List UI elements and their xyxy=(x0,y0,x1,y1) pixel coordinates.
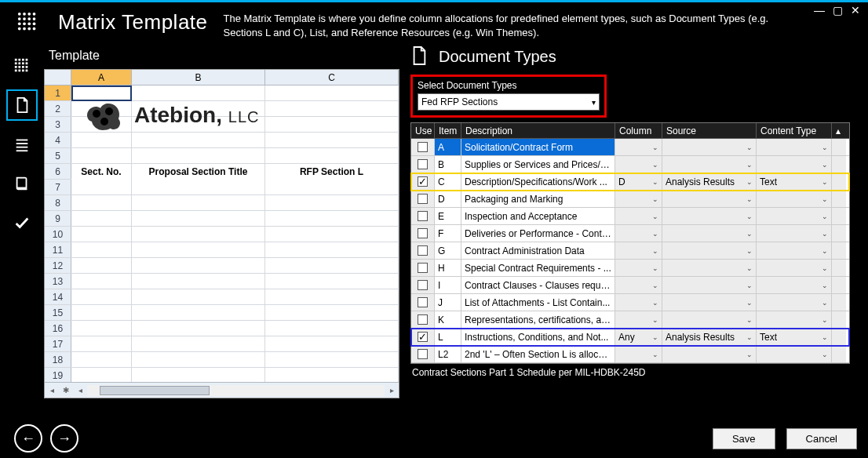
col-dropdown[interactable]: ⌄ xyxy=(615,346,662,362)
grid-scroll-cell[interactable] xyxy=(832,173,846,190)
sidebar-item-list[interactable] xyxy=(6,129,38,160)
cell[interactable] xyxy=(265,85,399,101)
spreadsheet-corner[interactable] xyxy=(45,70,71,85)
cell[interactable] xyxy=(132,133,265,148)
use-checkbox-cell[interactable] xyxy=(411,329,435,345)
src-dropdown[interactable]: ⌄ xyxy=(662,191,757,207)
spreadsheet-row[interactable]: 6Sect. No.Proposal Section TitleRFP Sect… xyxy=(45,164,399,180)
cell[interactable] xyxy=(265,352,399,368)
cell[interactable] xyxy=(132,85,265,101)
checkbox[interactable] xyxy=(418,263,428,273)
ct-dropdown[interactable]: ⌄ xyxy=(757,277,832,293)
grid-row[interactable]: IContract Clauses - Clauses requir...⌄⌄⌄ xyxy=(411,277,849,294)
grid-scroll-cell[interactable] xyxy=(832,329,846,345)
cell[interactable] xyxy=(71,305,132,321)
spreadsheet-row[interactable]: 11 xyxy=(45,242,399,258)
row-header[interactable]: 15 xyxy=(45,305,71,320)
spreadsheet-row[interactable]: 3 xyxy=(45,117,399,133)
cell[interactable] xyxy=(71,321,132,336)
row-header[interactable]: 11 xyxy=(45,242,71,257)
checkbox[interactable] xyxy=(418,194,428,204)
src-dropdown[interactable]: Analysis Results⌄ xyxy=(662,329,757,345)
col-dropdown[interactable]: ⌄ xyxy=(615,139,662,155)
cell[interactable] xyxy=(265,336,399,352)
grid-row[interactable]: KRepresentations, certifications, an...⌄… xyxy=(411,311,849,329)
cell[interactable] xyxy=(71,133,132,148)
grid-header-desc[interactable]: Description xyxy=(461,123,615,138)
row-header[interactable]: 17 xyxy=(45,336,71,351)
grid-scroll-cell[interactable] xyxy=(832,277,846,293)
maximize-icon[interactable]: ▢ xyxy=(833,5,843,16)
checkbox[interactable] xyxy=(418,142,428,152)
forward-button[interactable]: → xyxy=(50,424,78,453)
row-header[interactable]: 9 xyxy=(45,211,71,226)
cell[interactable] xyxy=(132,305,265,321)
checkbox[interactable] xyxy=(418,159,428,169)
spreadsheet-row[interactable]: 16 xyxy=(45,321,399,336)
use-checkbox-cell[interactable] xyxy=(411,346,435,362)
cell[interactable] xyxy=(132,148,265,164)
cell[interactable] xyxy=(71,227,132,242)
ct-dropdown[interactable]: ⌄ xyxy=(757,260,832,276)
grid-header-content-type[interactable]: Content Type xyxy=(757,123,832,138)
use-checkbox-cell[interactable] xyxy=(411,242,435,259)
checkbox[interactable] xyxy=(418,280,428,290)
cell[interactable] xyxy=(71,242,132,258)
ct-dropdown[interactable]: ⌄ xyxy=(757,225,832,242)
checkbox[interactable] xyxy=(418,176,428,187)
grid-scroll-cell[interactable] xyxy=(832,294,846,311)
row-header[interactable]: 14 xyxy=(45,289,71,304)
checkbox[interactable] xyxy=(418,314,428,325)
grid-row[interactable]: L22nd 'L' – Often Section L is allocat..… xyxy=(411,346,849,363)
spreadsheet-row[interactable]: 5 xyxy=(45,148,399,164)
cell[interactable] xyxy=(132,211,265,227)
use-checkbox-cell[interactable] xyxy=(411,208,435,224)
row-header[interactable]: 16 xyxy=(45,321,71,336)
row-header[interactable]: 1 xyxy=(45,85,71,100)
cell[interactable] xyxy=(265,242,399,258)
col-dropdown[interactable]: ⌄ xyxy=(615,191,662,207)
cell[interactable] xyxy=(132,368,265,382)
grid-header-item[interactable]: Item xyxy=(435,123,461,138)
cell[interactable] xyxy=(265,195,399,211)
cancel-button[interactable]: Cancel xyxy=(786,428,857,449)
use-checkbox-cell[interactable] xyxy=(411,139,435,155)
cell[interactable] xyxy=(132,242,265,258)
col-dropdown[interactable]: ⌄ xyxy=(615,277,662,293)
scroll-thumb[interactable] xyxy=(100,386,210,395)
grid-scroll-cell[interactable] xyxy=(832,260,846,276)
use-checkbox-cell[interactable] xyxy=(411,173,435,190)
sidebar-item-matrix[interactable] xyxy=(6,50,38,82)
sidebar-item-check[interactable] xyxy=(6,207,38,238)
spreadsheet-row[interactable]: 8 xyxy=(45,195,399,211)
spreadsheet-row[interactable]: 18 xyxy=(45,352,399,368)
src-dropdown[interactable]: ⌄ xyxy=(662,242,757,259)
use-checkbox-cell[interactable] xyxy=(411,156,435,173)
spreadsheet-row[interactable]: 4 xyxy=(45,133,399,148)
row-header[interactable]: 5 xyxy=(45,148,71,163)
row-header[interactable]: 18 xyxy=(45,352,71,367)
col-dropdown[interactable]: Any⌄ xyxy=(615,329,662,345)
src-dropdown[interactable]: ⌄ xyxy=(662,156,757,173)
col-dropdown[interactable]: ⌄ xyxy=(615,208,662,224)
grid-header-use[interactable]: Use xyxy=(411,123,435,138)
use-checkbox-cell[interactable] xyxy=(411,311,435,328)
cell[interactable] xyxy=(71,336,132,352)
ct-dropdown[interactable]: ⌄ xyxy=(757,208,832,224)
sidebar-item-document[interactable] xyxy=(6,89,38,121)
row-header[interactable]: 2 xyxy=(45,101,71,116)
cell[interactable] xyxy=(265,117,399,133)
cell[interactable] xyxy=(71,180,132,195)
cell[interactable] xyxy=(71,211,132,227)
cell[interactable] xyxy=(265,180,399,195)
cell[interactable] xyxy=(71,117,132,133)
close-icon[interactable]: ✕ xyxy=(851,5,860,16)
spreadsheet-row[interactable]: 7 xyxy=(45,180,399,195)
ct-dropdown[interactable]: Text⌄ xyxy=(757,173,832,190)
spreadsheet-row[interactable]: 14 xyxy=(45,289,399,305)
grid-scroll-cell[interactable] xyxy=(832,208,846,224)
grid-scroll-cell[interactable] xyxy=(832,191,846,207)
spreadsheet-hscrollbar[interactable]: ◂ ✱ ◂ ▸ xyxy=(45,382,399,398)
ct-dropdown[interactable]: ⌄ xyxy=(757,139,832,155)
grid-row[interactable]: EInspection and Acceptance⌄⌄⌄ xyxy=(411,208,849,225)
